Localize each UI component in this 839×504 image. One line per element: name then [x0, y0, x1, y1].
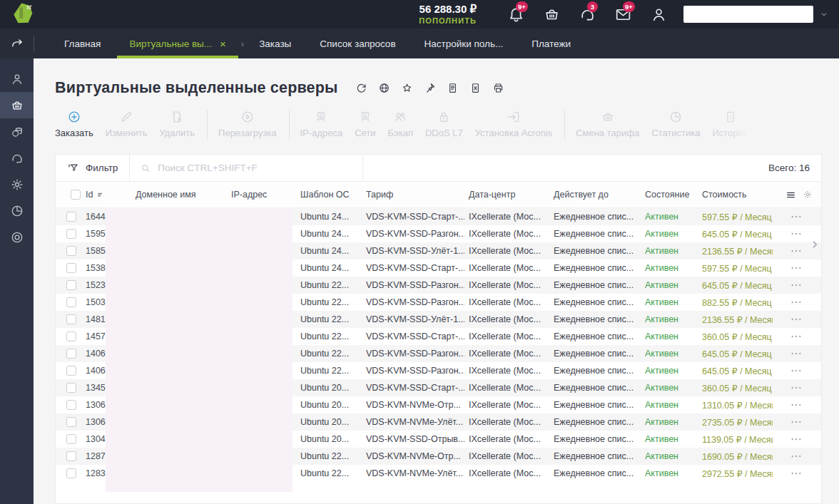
sidebar-item-support[interactable] [0, 145, 34, 171]
topup-link[interactable]: ПОПОЛНИТЬ [419, 16, 477, 26]
row-actions-button[interactable] [790, 381, 803, 394]
row-actions-button[interactable] [790, 227, 803, 240]
row-actions-button[interactable] [790, 210, 803, 223]
tab-home[interactable]: Главная × [50, 29, 115, 58]
row-checkbox[interactable] [66, 314, 76, 324]
sidebar-item-monitoring[interactable] [0, 224, 34, 250]
column-header-price[interactable]: Стоимость [698, 190, 773, 200]
sidebar-item-profile[interactable] [0, 66, 34, 92]
sidebar-item-settings[interactable] [0, 171, 34, 197]
column-header-datacenter[interactable]: Дата-центр [464, 190, 549, 200]
row-checkbox[interactable] [66, 297, 76, 307]
tab-user-settings[interactable]: Настройки поль... × [410, 29, 518, 58]
sidebar-item-finance[interactable] [0, 118, 34, 145]
reboot-button[interactable]: Перезагрузка [218, 110, 276, 138]
user-account-field[interactable] [683, 6, 813, 23]
row-checkbox[interactable] [66, 246, 76, 256]
firstvds-logo[interactable]: st VDS [11, 1, 56, 27]
cell-tariff: VDS-KVM-SSD-Разгон... [362, 280, 464, 290]
chevron-down-icon[interactable] [819, 9, 829, 19]
order-button[interactable]: Заказать [55, 110, 93, 138]
row-checkbox[interactable] [66, 263, 76, 273]
row-checkbox[interactable] [66, 400, 76, 410]
tab-close-icon[interactable]: × [220, 38, 226, 49]
tab-virtual-servers[interactable]: Виртуальные вы... × [115, 29, 240, 58]
statistics-button[interactable]: Статистика [651, 110, 700, 138]
row-actions-button[interactable] [790, 398, 803, 411]
sort-icon[interactable] [96, 190, 106, 200]
row-actions-button[interactable] [790, 467, 803, 480]
cell-valid-until: Ежедневное спис... [549, 331, 641, 341]
row-actions-button[interactable] [790, 313, 803, 326]
row-checkbox[interactable] [66, 451, 76, 461]
support-headset-icon[interactable]: 3 [579, 6, 596, 24]
tab-label: Заказы [259, 38, 291, 49]
table-settings-icon[interactable] [803, 190, 813, 200]
column-header-ip[interactable]: IP-адрес [227, 190, 296, 200]
cell-price: 360.05 ₽ / Месяц [698, 383, 773, 394]
ip-addresses-button[interactable]: IP IP-адреса [300, 110, 343, 138]
row-checkbox[interactable] [66, 331, 76, 341]
search-input[interactable] [158, 163, 336, 173]
messages-mail-icon[interactable]: 9+ [614, 6, 632, 24]
row-checkbox[interactable] [66, 417, 76, 427]
row-checkbox[interactable] [66, 212, 76, 222]
row-checkbox[interactable] [66, 434, 76, 444]
column-header-status[interactable]: Состояние [641, 190, 698, 200]
row-actions-button[interactable] [790, 450, 803, 463]
column-header-domain[interactable]: Доменное имя [131, 190, 227, 200]
row-actions-button[interactable] [790, 296, 803, 309]
row-checkbox[interactable] [66, 383, 76, 393]
column-header-tariff[interactable]: Тариф [362, 190, 464, 200]
cart-icon[interactable] [543, 6, 561, 24]
delete-button[interactable]: Удалить [159, 110, 195, 138]
refresh-icon[interactable] [355, 82, 367, 94]
backup-button[interactable]: Бэкап [388, 110, 413, 138]
favorite-star-icon[interactable] [401, 82, 413, 94]
sidebar-item-statistics[interactable] [0, 197, 34, 224]
ddos-l7-button[interactable]: DDoS L7 [425, 110, 463, 138]
notifications-bell-icon[interactable]: 9+ [507, 6, 525, 24]
cell-tariff: VDS-KVM-SSD-Разгон... [362, 297, 464, 307]
columns-menu-icon[interactable] [785, 190, 796, 200]
row-actions-button[interactable] [790, 364, 803, 377]
column-header-os[interactable]: Шаблон ОС [296, 190, 362, 200]
row-actions-button[interactable] [790, 245, 803, 257]
profile-person-icon[interactable] [650, 6, 668, 24]
row-checkbox[interactable] [66, 366, 76, 376]
acronis-install-button[interactable]: Установка Acronis [475, 110, 552, 138]
print-icon[interactable] [492, 82, 504, 94]
row-actions-button[interactable] [790, 279, 803, 292]
log-document-icon[interactable] [447, 82, 459, 94]
redo-arrow-icon[interactable] [0, 29, 34, 58]
globe-icon[interactable] [378, 82, 390, 94]
column-header-valid-until[interactable]: Действует до [549, 190, 641, 200]
cell-valid-until: Ежедневное спис... [549, 314, 641, 324]
row-checkbox[interactable] [66, 468, 76, 478]
cell-price: 645.05 ₽ / Месяц [698, 280, 773, 291]
row-checkbox[interactable] [66, 280, 76, 290]
row-actions-button[interactable] [790, 433, 803, 446]
row-actions-button[interactable] [790, 347, 803, 360]
change-tariff-button[interactable]: Смена тарифа [576, 110, 639, 138]
logo-sup-text: st [26, 4, 31, 11]
tab-requests[interactable]: Список запросов × [305, 29, 410, 58]
row-actions-button[interactable] [790, 416, 803, 428]
history-button[interactable]: ? История [712, 110, 748, 138]
toolbar-scroll-right-icon[interactable] [809, 239, 820, 250]
row-checkbox[interactable] [66, 229, 76, 239]
filter-button[interactable]: Фильтр [56, 155, 129, 181]
pin-icon[interactable] [424, 82, 436, 94]
row-actions-button[interactable] [790, 262, 803, 274]
select-all-checkbox[interactable] [71, 190, 81, 200]
row-actions-button[interactable] [790, 330, 803, 343]
sidebar [0, 58, 34, 504]
edit-button[interactable]: Изменить [106, 110, 148, 138]
networks-button[interactable]: IP Сети [355, 110, 375, 138]
column-header-id[interactable]: Id [86, 190, 131, 200]
tab-orders[interactable]: Заказы × [245, 29, 305, 58]
export-excel-icon[interactable] [469, 82, 482, 94]
sidebar-item-services[interactable] [0, 92, 34, 118]
row-checkbox[interactable] [66, 349, 76, 359]
tab-payments[interactable]: Платежи × [517, 29, 585, 58]
